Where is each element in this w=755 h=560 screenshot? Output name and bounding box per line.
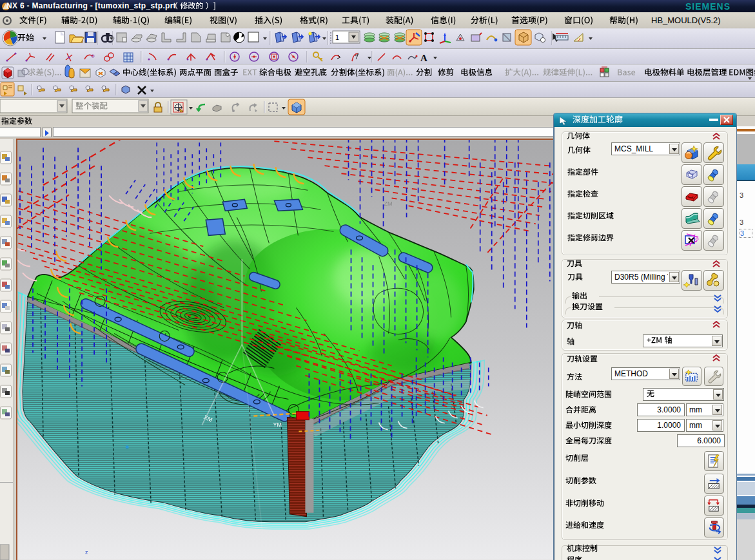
svg-text:A: A: [420, 53, 427, 63]
svg-text:z: z: [85, 549, 88, 555]
svg-text:1: 1: [335, 34, 339, 41]
svg-text:YM: YM: [273, 421, 282, 428]
svg-text:ZM: ZM: [384, 200, 393, 207]
